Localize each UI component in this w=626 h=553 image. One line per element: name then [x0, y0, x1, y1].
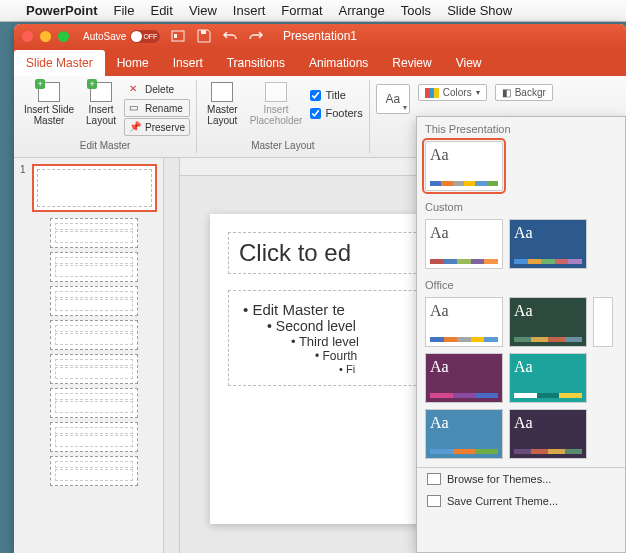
delete-button[interactable]: ✕Delete: [124, 80, 190, 98]
theme-tile[interactable]: Aa: [509, 219, 587, 269]
zoom-button[interactable]: [58, 31, 69, 42]
insert-slide-master-label: Insert Slide Master: [24, 104, 74, 126]
color-strip-icon: [430, 337, 498, 342]
tab-animations[interactable]: Animations: [297, 50, 380, 76]
save-theme-item[interactable]: Save Current Theme...: [417, 490, 625, 512]
theme-tile[interactable]: Aa: [509, 409, 587, 459]
theme-tile[interactable]: Aa: [425, 353, 503, 403]
master-layout-icon: [211, 82, 233, 102]
svg-rect-1: [174, 34, 177, 38]
svg-rect-2: [201, 30, 206, 34]
autosave-control[interactable]: AutoSave OFF: [83, 30, 160, 43]
layout-thumbnail[interactable]: [50, 218, 138, 248]
tab-insert[interactable]: Insert: [161, 50, 215, 76]
close-button[interactable]: [22, 31, 33, 42]
minimize-button[interactable]: [40, 31, 51, 42]
app-name[interactable]: PowerPoint: [26, 3, 98, 18]
redo-icon[interactable]: [248, 28, 264, 44]
rename-icon: ▭: [129, 102, 141, 114]
menu-arrange[interactable]: Arrange: [339, 3, 385, 18]
background-button[interactable]: ◧Backgr: [495, 84, 553, 101]
scrollbar[interactable]: [164, 158, 180, 553]
placeholder-icon: [265, 82, 287, 102]
title-checkbox[interactable]: Title: [310, 89, 362, 101]
layout-thumbnail[interactable]: [50, 286, 138, 316]
color-strip-icon: [430, 181, 498, 186]
themes-dropdown-button[interactable]: Aa: [376, 84, 410, 114]
menu-edit[interactable]: Edit: [150, 3, 172, 18]
color-strip-icon: [430, 449, 498, 454]
footers-checkbox[interactable]: Footers: [310, 107, 362, 119]
dropdown-section-custom: Custom: [417, 195, 625, 215]
rename-button[interactable]: ▭Rename: [124, 99, 190, 117]
layout-thumbnail[interactable]: [50, 320, 138, 350]
color-strip-icon: [430, 393, 498, 398]
insert-placeholder-label: Insert Placeholder: [250, 104, 303, 126]
insert-layout-button[interactable]: + Insert Layout: [82, 80, 120, 136]
background-icon: ◧: [502, 87, 511, 98]
layout-icon: +: [90, 82, 112, 102]
delete-icon: ✕: [129, 83, 141, 95]
group-master-layout: Master Layout Insert Placeholder Title F…: [197, 80, 370, 153]
home-icon[interactable]: [170, 28, 186, 44]
theme-tile[interactable]: Aa: [425, 219, 503, 269]
ribbon-tabs: Slide Master Home Insert Transitions Ani…: [14, 48, 626, 76]
browse-themes-item[interactable]: Browse for Themes...: [417, 468, 625, 490]
theme-tile[interactable]: Aa: [425, 297, 503, 347]
tab-review[interactable]: Review: [380, 50, 443, 76]
master-layout-label: Master Layout: [207, 104, 238, 126]
theme-tile[interactable]: [593, 297, 613, 347]
quick-access-toolbar: [170, 28, 264, 44]
menu-view[interactable]: View: [189, 3, 217, 18]
theme-tile[interactable]: Aa: [509, 353, 587, 403]
color-strip-icon: [514, 337, 582, 342]
menu-format[interactable]: Format: [281, 3, 322, 18]
tab-view[interactable]: View: [444, 50, 494, 76]
theme-tile[interactable]: Aa: [425, 141, 503, 191]
color-strip-icon: [430, 259, 498, 264]
menu-file[interactable]: File: [114, 3, 135, 18]
layout-thumbnail[interactable]: [50, 456, 138, 486]
slide-master-thumbnail[interactable]: [32, 164, 157, 212]
group-label-master-layout: Master Layout: [203, 140, 363, 153]
autosave-label: AutoSave: [83, 31, 126, 42]
layout-thumbnail[interactable]: [50, 388, 138, 418]
slide-master-icon: +: [38, 82, 60, 102]
window-title: Presentation1: [283, 29, 357, 43]
colors-icon: [425, 88, 439, 98]
color-strip-icon: [514, 393, 582, 398]
tab-transitions[interactable]: Transitions: [215, 50, 297, 76]
layout-thumbnail[interactable]: [50, 252, 138, 282]
dropdown-footer: Browse for Themes... Save Current Theme.…: [417, 467, 625, 512]
titlebar: AutoSave OFF Presentation1: [14, 24, 626, 48]
tab-slide-master[interactable]: Slide Master: [14, 50, 105, 76]
color-strip-icon: [514, 449, 582, 454]
group-edit-master: + Insert Slide Master + Insert Layout ✕D…: [14, 80, 197, 153]
thumbnail-panel[interactable]: 1: [14, 158, 164, 553]
layout-thumbnails: [50, 218, 157, 486]
themes-dropdown: This Presentation Aa Custom Aa Aa Office…: [416, 116, 626, 553]
preserve-button[interactable]: 📌Preserve: [124, 118, 190, 136]
theme-tile[interactable]: Aa: [425, 409, 503, 459]
master-layout-button[interactable]: Master Layout: [203, 80, 242, 128]
insert-layout-label: Insert Layout: [86, 104, 116, 126]
insert-slide-master-button[interactable]: + Insert Slide Master: [20, 80, 78, 136]
mac-menubar: PowerPoint File Edit View Insert Format …: [0, 0, 626, 22]
layout-thumbnail[interactable]: [50, 354, 138, 384]
colors-button[interactable]: Colors▾: [418, 84, 487, 101]
dropdown-section-office: Office: [417, 273, 625, 293]
tab-home[interactable]: Home: [105, 50, 161, 76]
folder-icon: [427, 473, 441, 485]
insert-placeholder-button[interactable]: Insert Placeholder: [246, 80, 307, 128]
autosave-toggle[interactable]: OFF: [130, 30, 160, 43]
thumb-number: 1: [20, 164, 28, 212]
layout-thumbnail[interactable]: [50, 422, 138, 452]
menu-slideshow[interactable]: Slide Show: [447, 3, 512, 18]
theme-tile[interactable]: Aa: [509, 297, 587, 347]
save-icon[interactable]: [196, 28, 212, 44]
dropdown-section-this-presentation: This Presentation: [417, 117, 625, 137]
svg-rect-0: [172, 31, 184, 41]
menu-insert[interactable]: Insert: [233, 3, 266, 18]
menu-tools[interactable]: Tools: [401, 3, 431, 18]
undo-icon[interactable]: [222, 28, 238, 44]
